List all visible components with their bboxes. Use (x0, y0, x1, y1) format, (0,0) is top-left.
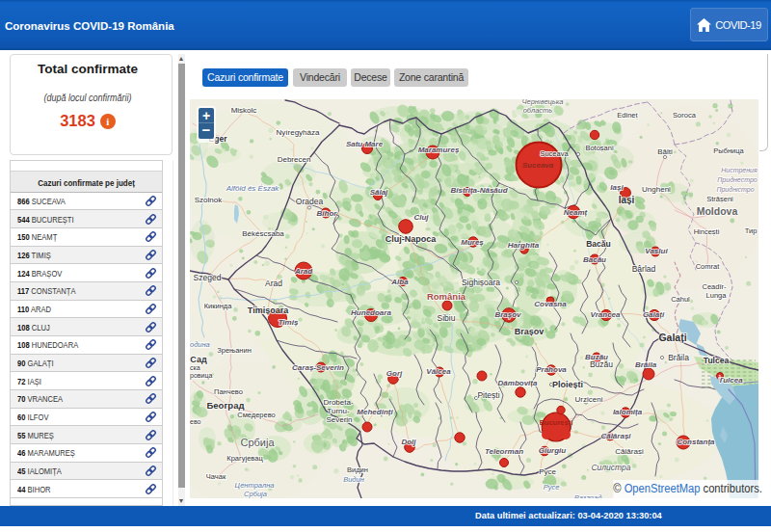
svg-text:Moldova: Moldova (697, 205, 738, 217)
svg-text:Soroca: Soroca (673, 111, 697, 120)
svg-text:Brașov: Brașov (515, 327, 545, 336)
svg-text:Giurgiu: Giurgiu (539, 446, 567, 455)
svg-text:Придністро: Придністро (716, 186, 754, 194)
svg-text:România: România (427, 291, 466, 302)
svg-text:Sibiu: Sibiu (438, 313, 456, 323)
svg-text:Arad: Arad (265, 279, 282, 288)
svg-text:Călărași: Călărași (615, 447, 644, 456)
svg-text:Brăila: Brăila (668, 353, 689, 362)
svg-text:Prahova: Prahova (536, 365, 567, 374)
svg-text:Oradea: Oradea (296, 197, 324, 206)
svg-text:Ceadîr-: Ceadîr- (702, 282, 727, 291)
svg-text:Сад: Сад (190, 355, 207, 364)
svg-text:Зрењанин: Зрењанин (217, 346, 252, 355)
svg-text:Bistrița-Năsăud: Bistrița-Năsăud (450, 186, 508, 195)
svg-text:Bacău: Bacău (583, 255, 606, 264)
svg-text:Alföld és Észak: Alföld és Észak (226, 184, 280, 193)
svg-text:Suceava: Suceava (522, 161, 554, 170)
svg-text:Србија: Србија (240, 437, 275, 448)
svg-text:Iași: Iași (610, 183, 624, 192)
svg-text:Buzău: Buzău (590, 359, 613, 369)
svg-text:Tulcea: Tulcea (704, 356, 730, 365)
svg-text:Lunga: Lunga (706, 291, 728, 300)
svg-text:Edineț: Edineț (617, 111, 638, 120)
svg-text:Miskolc: Miskolc (231, 106, 257, 115)
svg-text:область: область (523, 106, 553, 115)
svg-text:Силистра: Силистра (591, 463, 630, 472)
svg-text:Alba: Alba (390, 278, 409, 286)
svg-text:ево: ево (190, 418, 201, 425)
svg-text:Ploiești: Ploiești (552, 380, 583, 389)
svg-text:Sălaj: Sălaj (370, 188, 388, 197)
svg-text:Београд: Београд (207, 400, 245, 411)
svg-text:Ialomița: Ialomița (613, 408, 643, 416)
svg-text:Timiș: Timiș (279, 318, 299, 327)
svg-text:Vâlcea: Vâlcea (426, 367, 451, 376)
svg-text:1: 1 (719, 374, 722, 380)
svg-text:Русе: Русе (539, 467, 556, 476)
svg-text:Severin: Severin (326, 415, 352, 424)
svg-text:Приднестро: Приднестро (717, 176, 758, 184)
svg-text:Strășeni: Strășeni (706, 195, 733, 203)
svg-text:București: București (540, 418, 573, 427)
svg-text:Brăila: Brăila (635, 360, 657, 369)
svg-text:Drobeta-: Drobeta- (323, 398, 353, 407)
svg-text:Bacău: Bacău (586, 239, 611, 249)
svg-text:Србија: Србија (244, 490, 267, 498)
svg-text:Чернівецька: Чернівецька (521, 99, 563, 106)
svg-text:Arad: Arad (294, 267, 313, 276)
svg-text:Bălți: Bălți (657, 147, 673, 156)
svg-text:Cluj-Napoca: Cluj-Napoca (386, 234, 438, 244)
svg-text:Крагујевац: Крагујевац (226, 454, 263, 463)
svg-text:Constanța: Constanța (677, 438, 715, 446)
svg-text:Dâmbovița: Dâmbovița (498, 379, 538, 387)
svg-text:Cluj: Cluj (413, 213, 429, 222)
svg-text:Смедерево: Смедерево (237, 411, 276, 419)
svg-text:Разград: Разград (574, 493, 602, 498)
svg-text:Русе: Русе (544, 483, 560, 492)
svg-text:Видин: Видин (343, 475, 364, 484)
svg-text:Sighișoara: Sighișoara (462, 278, 500, 287)
svg-text:Ungheni: Ungheni (642, 185, 671, 194)
svg-text:Covasna: Covasna (534, 300, 567, 308)
svg-text:Tulcea: Tulcea (718, 376, 743, 385)
svg-text:Urziceni: Urziceni (575, 395, 603, 404)
svg-text:Hunedoara: Hunedoara (351, 308, 391, 317)
svg-text:Galați: Galați (658, 332, 686, 343)
svg-text:Caraș-Severin: Caraș-Severin (292, 363, 344, 372)
svg-text:Debrecen: Debrecen (278, 155, 311, 164)
svg-text:Централна: Централна (235, 481, 275, 490)
svg-text:Нистрения: Нистрения (721, 167, 758, 174)
svg-text:Maramureș: Maramureș (418, 146, 460, 154)
svg-text:Iași: Iași (619, 195, 635, 205)
svg-text:Timișoara: Timișoara (248, 306, 289, 315)
svg-text:Satu Mare: Satu Mare (346, 140, 384, 148)
svg-text:Vaslui: Vaslui (645, 247, 668, 255)
svg-text:Gorj: Gorj (386, 369, 403, 378)
svg-text:Szeged: Szeged (194, 273, 222, 282)
svg-text:Botoșani: Botoșani (585, 144, 614, 152)
svg-text:Bihor: Bihor (317, 209, 338, 218)
svg-text:Szolnok: Szolnok (195, 196, 223, 204)
svg-text:Чачак: Чачак (206, 472, 226, 481)
svg-text:Видин: Видин (347, 466, 368, 474)
svg-text:Brașov: Brașov (494, 310, 521, 319)
svg-text:Békéscsaba: Békéscsaba (242, 229, 284, 238)
svg-text:Рыбница: Рыбница (713, 146, 744, 155)
svg-text:Тир: Тир (745, 226, 758, 235)
svg-text:Suceava: Suceava (540, 149, 569, 158)
svg-text:Comrat: Comrat (696, 262, 721, 271)
svg-text:ска: ска (190, 364, 200, 371)
svg-text:Harghita: Harghita (508, 241, 540, 250)
svg-text:Nyíregyháza: Nyíregyháza (277, 128, 320, 137)
svg-text:Bârlad: Bârlad (632, 264, 656, 274)
svg-text:ровица: ровица (190, 372, 212, 380)
svg-text:Панчево: Панчево (214, 387, 243, 396)
svg-text:Vrancea: Vrancea (591, 310, 622, 319)
svg-text:Cahul: Cahul (671, 295, 690, 304)
svg-text:Neamț: Neamț (564, 208, 588, 217)
svg-text:Mehedinți: Mehedinți (357, 408, 393, 416)
svg-text:Galați: Galați (643, 310, 665, 319)
svg-text:Mureș: Mureș (461, 238, 484, 247)
svg-text:Кикинда: Кикинда (204, 302, 233, 310)
